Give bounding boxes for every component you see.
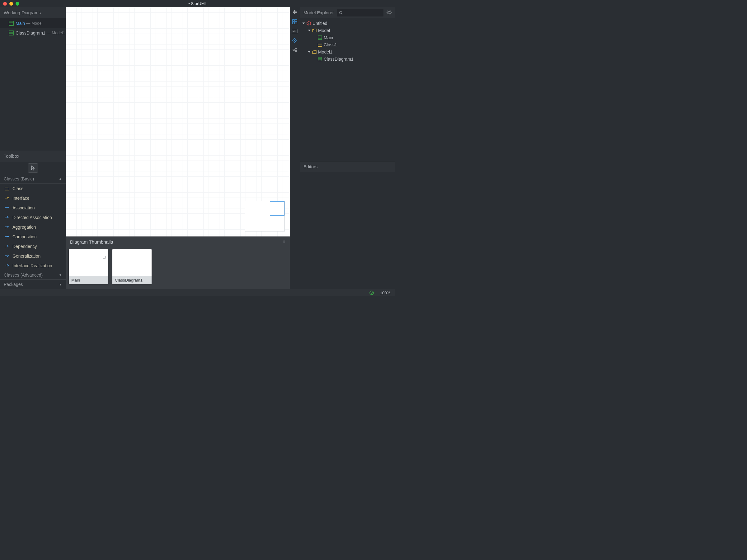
- window-controls: [0, 2, 19, 6]
- tool-interface-realization[interactable]: Interface Realization: [0, 261, 66, 270]
- titlebar: • StarUML: [0, 0, 395, 7]
- tool-label: Composition: [12, 234, 37, 239]
- class-diagram-icon: [318, 35, 322, 40]
- zoom-level[interactable]: 100%: [380, 291, 390, 295]
- model-explorer-search[interactable]: [337, 9, 383, 17]
- toolbox-header: Toolbox: [0, 151, 66, 162]
- svg-rect-13: [295, 22, 297, 24]
- toolbox-group-packages[interactable]: Packages ▼: [0, 280, 66, 289]
- tree-node-diagram[interactable]: Main: [300, 34, 395, 41]
- maximize-window-button[interactable]: [16, 2, 19, 6]
- tree-node-model[interactable]: Model1: [300, 48, 395, 55]
- class-diagram-icon: [318, 57, 322, 61]
- tool-association[interactable]: Association: [0, 203, 66, 212]
- tree-node-project[interactable]: Untitled: [300, 20, 395, 27]
- editors-title: Editors: [304, 164, 317, 169]
- working-diagrams-title: Working Diagrams: [4, 10, 41, 15]
- tool-directed-association[interactable]: Directed Association: [0, 212, 66, 222]
- thumbnail-item[interactable]: ClassDiagram1: [112, 249, 152, 284]
- svg-line-23: [341, 14, 342, 15]
- minimap-viewport[interactable]: [270, 201, 284, 216]
- svg-line-29: [387, 11, 388, 11]
- svg-line-32: [390, 11, 391, 11]
- group-label: Classes (Advanced): [4, 272, 43, 277]
- generalization-icon: [5, 254, 9, 258]
- thumbnail-label: ClassDiagram1: [112, 276, 152, 284]
- svg-point-16: [294, 40, 295, 41]
- toolbox-group-classes-basic[interactable]: Classes (Basic) ▲: [0, 174, 66, 184]
- share-icon[interactable]: [291, 46, 298, 53]
- markdown-icon[interactable]: M↓: [291, 28, 298, 34]
- diagram-canvas[interactable]: [66, 7, 290, 236]
- svg-point-24: [388, 11, 390, 14]
- tool-label: Interface: [12, 196, 29, 201]
- svg-rect-3: [9, 31, 14, 35]
- svg-rect-38: [318, 57, 322, 61]
- gear-icon[interactable]: [387, 10, 392, 16]
- tree-label: Main: [324, 35, 333, 40]
- class-icon: [318, 43, 322, 47]
- minimap-toggle-icon[interactable]: [291, 37, 298, 44]
- svg-point-8: [7, 197, 9, 199]
- association-icon: [5, 206, 9, 210]
- working-diagram-path: — Model1: [47, 30, 65, 35]
- group-label: Packages: [4, 282, 23, 287]
- tool-generalization[interactable]: Generalization: [0, 251, 66, 261]
- svg-rect-0: [9, 21, 14, 26]
- search-input[interactable]: [344, 10, 382, 15]
- close-window-button[interactable]: [3, 2, 7, 6]
- svg-rect-33: [318, 36, 322, 39]
- svg-point-22: [339, 11, 342, 14]
- composition-icon: [5, 235, 9, 239]
- svg-rect-11: [295, 20, 297, 22]
- tool-label: Interface Realization: [12, 263, 52, 268]
- tree-node-class[interactable]: Class1: [300, 41, 395, 48]
- tool-interface[interactable]: Interface: [0, 193, 66, 203]
- working-diagrams-list: Main — Model ClassDiagram1 — Model1: [0, 18, 66, 38]
- svg-rect-12: [292, 22, 294, 24]
- validation-ok-icon[interactable]: [369, 291, 374, 295]
- minimap[interactable]: [245, 201, 285, 232]
- working-diagram-item[interactable]: ClassDiagram1 — Model1: [0, 28, 66, 38]
- tool-aggregation[interactable]: Aggregation: [0, 222, 66, 232]
- class-icon: [5, 187, 9, 190]
- search-icon: [339, 11, 342, 15]
- left-sidebar: Working Diagrams Main — Model ClassDiagr…: [0, 7, 66, 289]
- working-diagram-item[interactable]: Main — Model: [0, 18, 66, 28]
- select-tool-button[interactable]: [28, 163, 38, 173]
- thumbnails-toggle-icon[interactable]: [291, 18, 298, 25]
- model-explorer-header: Model Explorer: [300, 7, 395, 18]
- tool-class[interactable]: Class: [0, 184, 66, 193]
- status-bar: 100%: [0, 289, 395, 296]
- svg-rect-6: [5, 187, 9, 190]
- tree-label: Class1: [324, 42, 337, 47]
- svg-line-30: [390, 14, 391, 14]
- tree-label: Model1: [318, 50, 332, 54]
- class-diagram-icon: [9, 21, 14, 26]
- tree-node-diagram[interactable]: ClassDiagram1: [300, 55, 395, 62]
- tool-dependency[interactable]: Dependency: [0, 241, 66, 251]
- tool-label: Dependency: [12, 244, 37, 249]
- svg-point-19: [295, 50, 297, 52]
- model-explorer-tree: Untitled Model Main Class1 Model1: [300, 18, 395, 64]
- thumbnail-item[interactable]: Main: [69, 249, 108, 284]
- tree-node-model[interactable]: Model: [300, 27, 395, 34]
- working-diagram-name: ClassDiagram1: [16, 30, 46, 35]
- toolbox-group-classes-advanced[interactable]: Classes (Advanced) ▼: [0, 270, 66, 280]
- working-diagram-path: — Model: [26, 21, 42, 26]
- tool-composition[interactable]: Composition: [0, 232, 66, 241]
- working-diagrams-header: Working Diagrams: [0, 7, 66, 18]
- close-icon[interactable]: ×: [283, 239, 285, 244]
- thumbnail-label: Main: [69, 276, 108, 284]
- minimize-window-button[interactable]: [9, 2, 13, 6]
- directed-association-icon: [5, 216, 9, 219]
- extensions-icon[interactable]: [291, 9, 298, 16]
- editors-header: Editors: [300, 161, 395, 172]
- model-explorer-title: Model Explorer: [304, 10, 334, 15]
- svg-line-21: [294, 50, 295, 51]
- tree-label: ClassDiagram1: [324, 57, 354, 61]
- diagram-thumbnails-header: Diagram Thumbnails ×: [66, 237, 290, 247]
- svg-line-20: [294, 49, 295, 50]
- cursor-icon: [31, 165, 35, 170]
- dependency-icon: [5, 244, 9, 248]
